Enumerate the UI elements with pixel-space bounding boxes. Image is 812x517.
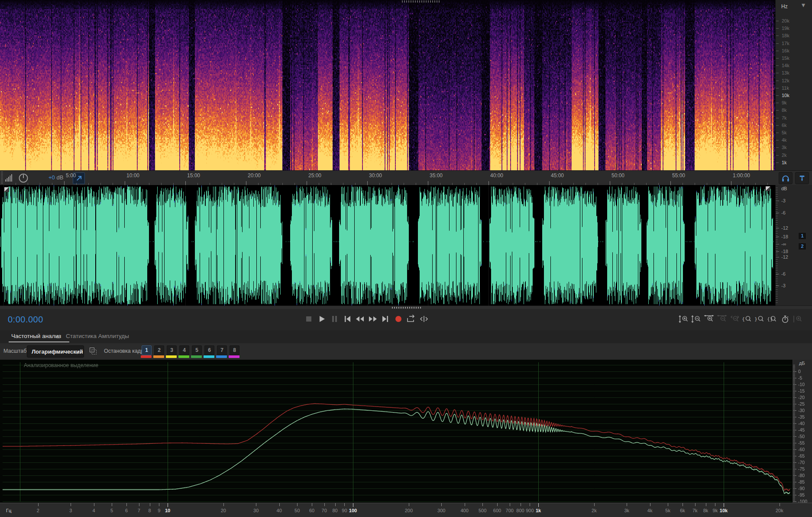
db-axis-label: -80 [798,473,805,478]
pause-button[interactable] [329,314,340,324]
channel-badge-1[interactable]: 1 [798,232,806,240]
svg-text:{}: {} [767,316,773,322]
frequency-axis-label: 6 [125,508,128,513]
db-axis-label: -45 [798,427,805,432]
fade-out-handle[interactable] [766,186,770,191]
pin-icon[interactable] [795,172,809,184]
timeline-ruler[interactable]: +0 dB 5:0010:0015:0020:0025:0030:0035:00… [0,170,812,186]
zoom-to-selection-button[interactable]: {} [767,314,778,324]
rewind-button[interactable] [354,314,366,324]
frequency-axis-label: 4 [93,508,95,513]
frequency-tick [776,21,779,21]
zoom-in-time-button[interactable] [703,314,715,324]
frequency-axis-label: 800 [516,508,524,513]
db-axis-tick [793,371,796,372]
frequency-axis-label: 8 [148,508,151,513]
frequency-axis-tick [668,503,668,506]
db-axis-label: -70 [798,460,805,465]
frequency-label: 3k [782,145,787,150]
hold-button-3[interactable]: 3 [167,345,177,355]
play-button[interactable] [316,314,327,324]
frequency-label: 4k [782,137,787,143]
hold-button-2[interactable]: 2 [154,345,164,355]
scale-select[interactable]: Логарифмический ⌄ [27,345,84,358]
zoom-out-full-button[interactable] [729,314,740,324]
skip-to-end-button[interactable] [380,314,391,324]
hold-button-7[interactable]: 7 [217,345,227,355]
ruler-time-label: 15:00 [187,172,200,179]
db-label: -18 [781,234,788,239]
frequency-axis-tick [297,503,298,506]
hold-color-bar-1 [141,355,152,358]
frequency-tick [776,133,779,133]
db-axis-label: -95 [798,492,805,497]
divider-grip[interactable] [392,307,422,309]
db-tick [776,201,779,201]
time-display[interactable]: 0:00.000 [8,315,43,325]
hold-button-8[interactable]: 8 [230,345,239,355]
chevron-down-icon[interactable]: ▾ [802,1,805,9]
zoom-in-amplitude-button[interactable] [678,314,689,324]
frequency-label: 16k [782,48,789,53]
frequency-axis-label: 10 [165,508,170,513]
frequency-axis-label: 700 [506,508,514,513]
db-axis-label: -55 [798,440,805,445]
zoom-to-in-point-button[interactable]: { [741,314,753,324]
db-axis-label: -25 [798,401,805,406]
frequency-axis-tick [465,503,465,506]
spectrogram-display[interactable] [0,0,775,170]
tab-amplitude-statistics[interactable]: Статистика Амплитуды [66,333,129,339]
zoom-to-out-point-button[interactable]: } [754,314,765,324]
loop-playback-button[interactable] [405,314,417,324]
frequency-tick [776,103,779,103]
fade-in-handle[interactable] [4,187,9,192]
frequency-label: 8k [782,107,787,113]
hold-button-1[interactable]: 1 [142,345,152,355]
ruler-time-label: 30:00 [369,172,382,179]
frequency-label: 7k [782,115,787,120]
db-axis-tick [793,469,796,469]
copy-icon[interactable] [88,346,98,356]
hold-button-5[interactable]: 5 [192,345,202,355]
db-axis-tick [793,501,796,502]
tab-frequency-analysis[interactable]: Частотный анализ [11,333,61,339]
frequency-tick [776,73,779,73]
frequency-axis-label: 9 [158,508,160,513]
hold-button-4[interactable]: 4 [179,345,189,355]
frequency-axis-tick [344,503,345,506]
hold-button-6[interactable]: 6 [204,345,214,355]
ruler-ticks[interactable]: 5:0010:0015:0020:0025:0030:0035:0040:004… [0,171,775,185]
db-axis-tick [793,475,796,476]
stop-button[interactable] [303,314,314,324]
zoom-full-reset-button[interactable] [792,314,803,324]
panel-menu-icon[interactable]: ≡ [56,334,60,340]
frequency-axis-tick [706,503,706,506]
panel-drag-handle[interactable] [402,0,441,3]
record-button[interactable] [393,314,404,324]
frequency-unit-label: Hz [781,3,788,10]
frequency-axis-tick [521,503,521,506]
svg-text:}: } [754,316,757,322]
db-label: -3 [781,283,786,288]
frequency-axis-label: 30 [253,508,259,513]
db-axis-tick [793,391,796,391]
db-tick [776,257,779,257]
timer-button[interactable] [780,314,791,324]
channel-badge-2[interactable]: 2 [798,243,806,250]
db-axis-label: -35 [798,414,805,419]
zoom-out-amplitude-button[interactable] [691,314,702,324]
skip-selection-button[interactable] [418,314,430,324]
skip-to-start-button[interactable] [342,314,353,324]
db-label: -12 [781,254,788,260]
ruler-right-buttons [776,171,812,185]
frequency-axis-tick [353,503,353,507]
ruler-time-label: 25:00 [308,172,321,179]
hold-color-bar-4 [178,355,189,358]
waveform-display[interactable] [0,185,775,306]
fast-forward-button[interactable] [367,314,379,324]
frequency-axis-tick [409,503,409,506]
zoom-out-time-button[interactable] [716,314,728,324]
frequency-tick [776,118,779,118]
ruler-time-label: 10:00 [126,172,139,179]
headphones-icon[interactable] [779,172,793,184]
